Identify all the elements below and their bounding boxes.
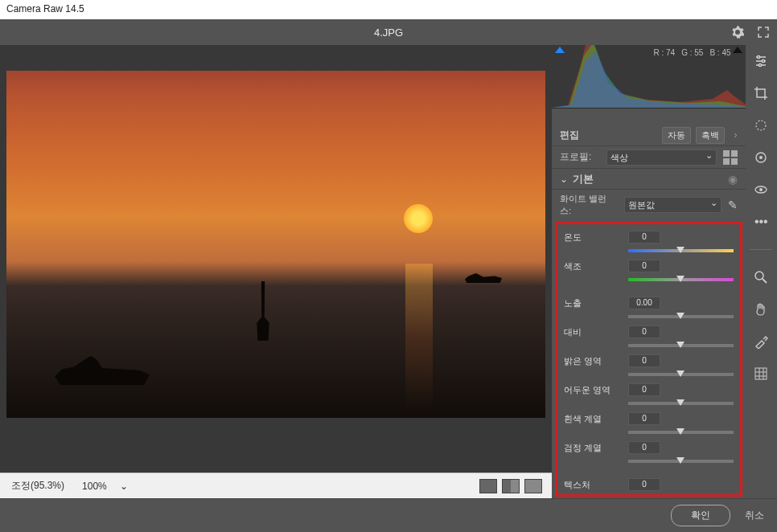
profile-label: 프로필:: [560, 150, 600, 164]
view-mode-compare-icon[interactable]: [502, 479, 520, 493]
profile-row: 프로필: 색상: [552, 146, 746, 170]
shadows-track[interactable]: [628, 402, 734, 405]
contrast-slider[interactable]: 대비 0: [559, 322, 738, 342]
fullscreen-icon[interactable]: [756, 25, 771, 39]
whites-track[interactable]: [628, 431, 734, 434]
sampler-icon[interactable]: [751, 332, 771, 351]
texture-value[interactable]: 0: [628, 478, 660, 491]
slider-thumb[interactable]: [676, 399, 684, 406]
tint-value[interactable]: 0: [628, 260, 660, 272]
exposure-value[interactable]: 0.00: [628, 297, 660, 309]
svg-point-6: [756, 121, 766, 130]
highlighted-adjustments: 온도 0 색조 0 노출 0.00: [555, 222, 742, 497]
status-bar: 조정(95.3%) 100% ⌄: [0, 473, 552, 498]
zoom-level[interactable]: 100%: [77, 479, 112, 493]
texture-slider[interactable]: 텍스처 0: [559, 475, 738, 494]
shadows-slider[interactable]: 어두운 영역 0: [559, 380, 738, 399]
hand-icon[interactable]: [751, 300, 771, 319]
profile-select[interactable]: 색상: [606, 149, 717, 166]
ok-button[interactable]: 확인: [671, 505, 730, 526]
svg-line-12: [763, 279, 767, 283]
auto-button[interactable]: 자동: [662, 127, 691, 144]
highlights-value[interactable]: 0: [628, 354, 660, 367]
cancel-button[interactable]: 취소: [745, 509, 764, 522]
eyedropper-icon[interactable]: ✎: [728, 198, 738, 211]
temperature-label: 온도: [564, 231, 623, 243]
settings-gear-icon[interactable]: [730, 25, 745, 39]
image-viewer[interactable]: [0, 45, 552, 473]
profile-browser-icon[interactable]: [723, 150, 738, 165]
basic-section-header[interactable]: ⌄ 기본 ◉: [552, 169, 746, 190]
svg-point-10: [759, 188, 763, 191]
tint-slider[interactable]: 색조 0: [559, 256, 738, 276]
slider-thumb[interactable]: [676, 457, 684, 464]
slider-thumb[interactable]: [676, 247, 684, 253]
blacks-track[interactable]: [628, 460, 734, 463]
zoom-dropdown-icon[interactable]: ⌄: [120, 481, 128, 492]
svg-point-8: [759, 156, 763, 159]
chevron-down-icon: ⌄: [560, 174, 568, 185]
tint-label: 색조: [564, 260, 623, 272]
image-column: 조정(95.3%) 100% ⌄: [0, 45, 552, 498]
wb-label: 화이트 밸런스:: [560, 193, 618, 217]
app-frame: 4.JPG 조정(95.3%) 100%: [0, 19, 777, 532]
svg-point-3: [758, 55, 760, 58]
svg-point-5: [759, 63, 762, 66]
status-text: 조정(95.3%): [6, 477, 69, 494]
contrast-track[interactable]: [628, 344, 734, 347]
blacks-label: 검정 계열: [564, 442, 623, 454]
temperature-slider[interactable]: 온도 0: [559, 227, 738, 247]
highlights-track[interactable]: [628, 373, 734, 376]
heal-icon[interactable]: [751, 116, 771, 135]
grid-icon[interactable]: [751, 364, 771, 383]
slider-thumb[interactable]: [676, 342, 684, 348]
contrast-label: 대비: [564, 326, 623, 338]
tint-track[interactable]: [628, 278, 734, 281]
visibility-eye-icon[interactable]: ◉: [728, 173, 738, 186]
main-area: 조정(95.3%) 100% ⌄ R : 74 G : 55 B : 45: [0, 45, 777, 498]
window-titlebar: Camera Raw 14.5: [0, 0, 777, 19]
blacks-value[interactable]: 0: [628, 441, 660, 454]
exposure-track[interactable]: [628, 315, 734, 318]
bw-button[interactable]: 흑백: [696, 127, 725, 144]
tool-column: •••: [746, 45, 777, 498]
window-title: Camera Raw 14.5: [6, 3, 84, 14]
highlights-label: 밝은 영역: [564, 355, 623, 367]
slider-thumb[interactable]: [676, 428, 684, 435]
zoom-icon[interactable]: [751, 268, 771, 287]
view-mode-grid-icon[interactable]: [524, 479, 542, 493]
highlights-slider[interactable]: 밝은 영역 0: [559, 351, 738, 370]
svg-point-11: [755, 272, 763, 280]
edit-label: 편집: [560, 129, 657, 142]
exposure-slider[interactable]: 노출 0.00: [559, 293, 738, 313]
shadows-label: 어두운 영역: [564, 384, 623, 396]
temperature-value[interactable]: 0: [628, 231, 660, 243]
filename-label: 4.JPG: [374, 27, 403, 39]
topbar: 4.JPG: [0, 19, 777, 45]
edit-panel: R : 74 G : 55 B : 45 편집 자동 흑백 › 프로필:: [552, 45, 746, 498]
contrast-value[interactable]: 0: [628, 325, 660, 338]
wb-select[interactable]: 원본값: [624, 197, 722, 213]
whites-label: 흰색 계열: [564, 413, 623, 425]
mask-icon[interactable]: [751, 148, 771, 167]
texture-label: 텍스처: [564, 479, 623, 491]
slider-thumb[interactable]: [676, 313, 684, 319]
shadows-value[interactable]: 0: [628, 383, 660, 396]
edit-sliders-icon[interactable]: [751, 51, 771, 71]
presets-icon[interactable]: •••: [751, 212, 771, 231]
blacks-slider[interactable]: 검정 계열 0: [559, 438, 738, 457]
temperature-track[interactable]: [628, 249, 734, 252]
footer: 확인 취소: [0, 498, 777, 532]
whites-slider[interactable]: 흰색 계열 0: [559, 409, 738, 428]
view-mode-single-icon[interactable]: [479, 479, 497, 493]
redeye-icon[interactable]: [751, 180, 771, 199]
preview-image: [6, 71, 545, 418]
svg-point-4: [763, 59, 765, 62]
slider-thumb[interactable]: [676, 276, 684, 282]
histogram[interactable]: R : 74 G : 55 B : 45: [552, 45, 746, 108]
white-balance-row: 화이트 밸런스: 원본값 ✎: [552, 190, 746, 220]
slider-thumb[interactable]: [676, 370, 684, 377]
whites-value[interactable]: 0: [628, 412, 660, 425]
crop-icon[interactable]: [751, 84, 771, 103]
chevron-right-icon[interactable]: ›: [734, 129, 738, 141]
